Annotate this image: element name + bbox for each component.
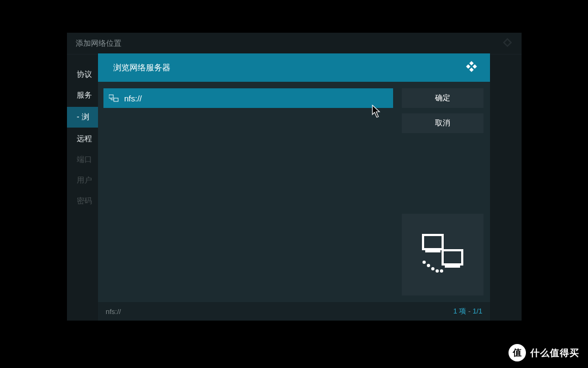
svg-point-9 [427,264,430,267]
svg-rect-5 [425,250,440,252]
cancel-button[interactable]: 取消 [402,113,483,133]
outer-header: 添加网络位置 [67,33,522,55]
file-list-panel: nfs:// [98,82,399,302]
watermark-text: 什么值得买 [530,347,579,359]
footer-separator: - [466,307,473,315]
preview-thumbnail [402,214,483,295]
svg-point-10 [431,267,434,270]
watermark-badge: 值 [509,344,526,361]
inner-body: nfs:// 确定 取消 [98,82,490,302]
inner-header: 浏览网络服务器 [98,53,490,82]
svg-rect-6 [443,250,462,264]
network-computers-icon [419,233,467,276]
svg-point-12 [440,269,443,273]
network-share-icon [109,94,119,102]
ok-button[interactable]: 确定 [402,88,483,108]
svg-rect-1 [114,98,118,101]
svg-rect-0 [109,95,113,98]
footer-page: 1/1 [473,307,482,315]
svg-point-8 [422,261,426,264]
list-item-label: nfs:// [124,94,142,103]
list-item-nfs[interactable]: nfs:// [103,88,393,108]
svg-rect-7 [445,266,460,268]
footer-pagination: 1 项 - 1/1 [454,306,482,316]
browse-network-dialog: 浏览网络服务器 nfs:// [98,53,490,321]
dialog-footer: nfs:// 1 项 - 1/1 [98,302,490,321]
kodi-logo-icon [465,60,478,75]
right-panel: 确定 取消 [399,82,490,302]
footer-path: nfs:// [106,307,121,316]
svg-rect-4 [423,235,443,249]
svg-point-11 [436,269,439,273]
footer-item-count: 1 项 [454,307,467,315]
inner-dialog-title: 浏览网络服务器 [113,63,170,73]
kodi-logo-icon [502,37,513,50]
watermark: 值 什么值得买 [509,344,579,361]
outer-dialog-title: 添加网络位置 [76,39,121,49]
